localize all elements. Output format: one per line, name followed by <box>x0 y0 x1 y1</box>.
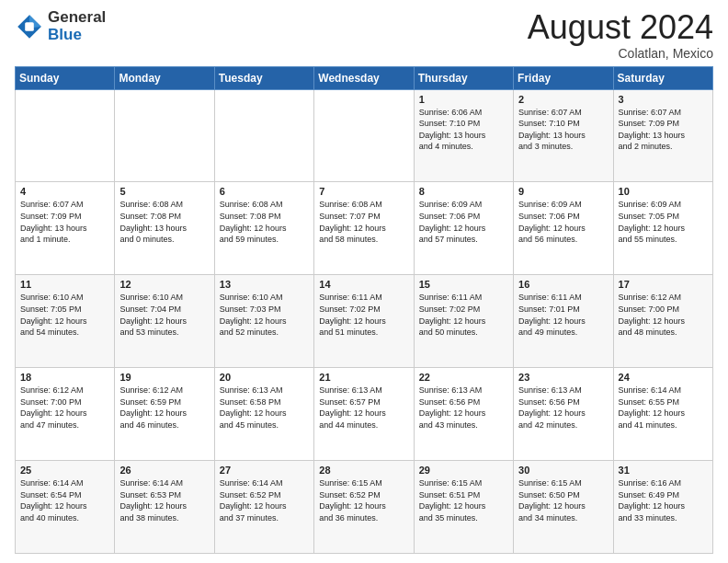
calendar-table: SundayMondayTuesdayWednesdayThursdayFrid… <box>15 66 713 554</box>
day-number: 23 <box>518 372 608 383</box>
day-cell: 26Sunrise: 6:14 AM Sunset: 6:53 PM Dayli… <box>115 461 214 554</box>
day-info: Sunrise: 6:16 AM Sunset: 6:49 PM Dayligh… <box>619 477 708 523</box>
day-info: Sunrise: 6:09 AM Sunset: 7:05 PM Dayligh… <box>619 199 708 245</box>
day-cell: 28Sunrise: 6:15 AM Sunset: 6:52 PM Dayli… <box>314 461 414 554</box>
day-number: 16 <box>518 279 608 290</box>
day-info: Sunrise: 6:15 AM Sunset: 6:50 PM Dayligh… <box>518 477 608 523</box>
day-cell: 10Sunrise: 6:09 AM Sunset: 7:05 PM Dayli… <box>613 182 712 275</box>
day-number: 15 <box>419 279 508 290</box>
day-info: Sunrise: 6:15 AM Sunset: 6:52 PM Dayligh… <box>319 477 408 523</box>
day-info: Sunrise: 6:10 AM Sunset: 7:05 PM Dayligh… <box>20 292 109 338</box>
day-cell: 21Sunrise: 6:13 AM Sunset: 6:57 PM Dayli… <box>314 368 414 461</box>
day-number: 11 <box>20 279 109 290</box>
day-number: 7 <box>319 186 408 197</box>
day-cell: 13Sunrise: 6:10 AM Sunset: 7:03 PM Dayli… <box>214 275 313 368</box>
header-day-tuesday: Tuesday <box>214 66 313 89</box>
day-info: Sunrise: 6:12 AM Sunset: 7:00 PM Dayligh… <box>20 385 109 431</box>
header: General Blue August 2024 Colatlan, Mexic… <box>15 9 713 61</box>
location: Colatlan, Mexico <box>528 46 713 61</box>
day-number: 17 <box>619 279 708 290</box>
header-day-monday: Monday <box>115 66 214 89</box>
day-info: Sunrise: 6:07 AM Sunset: 7:10 PM Dayligh… <box>518 107 608 153</box>
day-cell: 29Sunrise: 6:15 AM Sunset: 6:51 PM Dayli… <box>414 461 513 554</box>
day-cell <box>214 89 313 182</box>
page: General Blue August 2024 Colatlan, Mexic… <box>0 0 728 563</box>
day-cell: 23Sunrise: 6:13 AM Sunset: 6:56 PM Dayli… <box>514 368 613 461</box>
header-day-friday: Friday <box>514 66 613 89</box>
day-info: Sunrise: 6:13 AM Sunset: 6:56 PM Dayligh… <box>419 385 508 431</box>
day-number: 22 <box>419 372 508 383</box>
day-number: 5 <box>119 186 209 197</box>
day-cell: 18Sunrise: 6:12 AM Sunset: 7:00 PM Dayli… <box>16 368 115 461</box>
day-cell: 4Sunrise: 6:07 AM Sunset: 7:09 PM Daylig… <box>16 182 115 275</box>
day-number: 12 <box>119 279 209 290</box>
day-cell: 12Sunrise: 6:10 AM Sunset: 7:04 PM Dayli… <box>115 275 214 368</box>
day-number: 24 <box>619 372 708 383</box>
day-info: Sunrise: 6:14 AM Sunset: 6:54 PM Dayligh… <box>20 477 109 523</box>
day-cell <box>16 89 115 182</box>
day-cell: 25Sunrise: 6:14 AM Sunset: 6:54 PM Dayli… <box>16 461 115 554</box>
day-info: Sunrise: 6:14 AM Sunset: 6:55 PM Dayligh… <box>619 385 708 431</box>
logo-blue: Blue <box>48 27 106 44</box>
day-number: 20 <box>220 372 309 383</box>
day-number: 31 <box>619 465 708 476</box>
day-number: 1 <box>419 94 508 105</box>
day-info: Sunrise: 6:13 AM Sunset: 6:58 PM Dayligh… <box>220 385 309 431</box>
day-cell: 22Sunrise: 6:13 AM Sunset: 6:56 PM Dayli… <box>414 368 513 461</box>
day-info: Sunrise: 6:09 AM Sunset: 7:06 PM Dayligh… <box>419 199 508 245</box>
day-number: 29 <box>419 465 508 476</box>
day-info: Sunrise: 6:07 AM Sunset: 7:09 PM Dayligh… <box>20 199 109 245</box>
month-title: August 2024 <box>528 9 713 46</box>
day-cell: 31Sunrise: 6:16 AM Sunset: 6:49 PM Dayli… <box>613 461 712 554</box>
day-cell: 11Sunrise: 6:10 AM Sunset: 7:05 PM Dayli… <box>16 275 115 368</box>
day-info: Sunrise: 6:12 AM Sunset: 7:00 PM Dayligh… <box>619 292 708 338</box>
day-cell: 9Sunrise: 6:09 AM Sunset: 7:06 PM Daylig… <box>514 182 613 275</box>
week-row-5: 25Sunrise: 6:14 AM Sunset: 6:54 PM Dayli… <box>16 461 713 554</box>
calendar-header-row: SundayMondayTuesdayWednesdayThursdayFrid… <box>16 66 713 89</box>
day-number: 4 <box>20 186 109 197</box>
week-row-4: 18Sunrise: 6:12 AM Sunset: 7:00 PM Dayli… <box>16 368 713 461</box>
day-number: 26 <box>119 465 209 476</box>
day-info: Sunrise: 6:10 AM Sunset: 7:03 PM Dayligh… <box>220 292 309 338</box>
day-cell: 27Sunrise: 6:14 AM Sunset: 6:52 PM Dayli… <box>214 461 313 554</box>
day-info: Sunrise: 6:07 AM Sunset: 7:09 PM Dayligh… <box>619 107 708 153</box>
day-info: Sunrise: 6:14 AM Sunset: 6:52 PM Dayligh… <box>220 477 309 523</box>
day-number: 13 <box>220 279 309 290</box>
week-row-3: 11Sunrise: 6:10 AM Sunset: 7:05 PM Dayli… <box>16 275 713 368</box>
day-info: Sunrise: 6:08 AM Sunset: 7:07 PM Dayligh… <box>319 199 408 245</box>
day-info: Sunrise: 6:13 AM Sunset: 6:57 PM Dayligh… <box>319 385 408 431</box>
day-cell: 8Sunrise: 6:09 AM Sunset: 7:06 PM Daylig… <box>414 182 513 275</box>
week-row-2: 4Sunrise: 6:07 AM Sunset: 7:09 PM Daylig… <box>16 182 713 275</box>
header-day-saturday: Saturday <box>613 66 712 89</box>
day-number: 25 <box>20 465 109 476</box>
day-number: 6 <box>220 186 309 197</box>
day-cell: 16Sunrise: 6:11 AM Sunset: 7:01 PM Dayli… <box>514 275 613 368</box>
day-cell: 30Sunrise: 6:15 AM Sunset: 6:50 PM Dayli… <box>514 461 613 554</box>
day-info: Sunrise: 6:14 AM Sunset: 6:53 PM Dayligh… <box>119 477 209 523</box>
day-cell: 6Sunrise: 6:08 AM Sunset: 7:08 PM Daylig… <box>214 182 313 275</box>
day-number: 9 <box>518 186 608 197</box>
day-number: 27 <box>220 465 309 476</box>
header-day-thursday: Thursday <box>414 66 513 89</box>
day-cell <box>314 89 414 182</box>
day-info: Sunrise: 6:15 AM Sunset: 6:51 PM Dayligh… <box>419 477 508 523</box>
day-info: Sunrise: 6:11 AM Sunset: 7:02 PM Dayligh… <box>319 292 408 338</box>
day-number: 21 <box>319 372 408 383</box>
day-cell: 15Sunrise: 6:11 AM Sunset: 7:02 PM Dayli… <box>414 275 513 368</box>
day-cell: 7Sunrise: 6:08 AM Sunset: 7:07 PM Daylig… <box>314 182 414 275</box>
logo-icon <box>15 12 44 41</box>
day-cell <box>115 89 214 182</box>
day-info: Sunrise: 6:11 AM Sunset: 7:01 PM Dayligh… <box>518 292 608 338</box>
logo: General Blue <box>15 9 106 43</box>
svg-rect-2 <box>25 22 34 31</box>
day-cell: 5Sunrise: 6:08 AM Sunset: 7:08 PM Daylig… <box>115 182 214 275</box>
day-info: Sunrise: 6:08 AM Sunset: 7:08 PM Dayligh… <box>220 199 309 245</box>
day-cell: 20Sunrise: 6:13 AM Sunset: 6:58 PM Dayli… <box>214 368 313 461</box>
day-number: 10 <box>619 186 708 197</box>
day-number: 8 <box>419 186 508 197</box>
day-number: 30 <box>518 465 608 476</box>
day-cell: 14Sunrise: 6:11 AM Sunset: 7:02 PM Dayli… <box>314 275 414 368</box>
header-day-sunday: Sunday <box>16 66 115 89</box>
day-cell: 1Sunrise: 6:06 AM Sunset: 7:10 PM Daylig… <box>414 89 513 182</box>
day-info: Sunrise: 6:08 AM Sunset: 7:08 PM Dayligh… <box>119 199 209 245</box>
